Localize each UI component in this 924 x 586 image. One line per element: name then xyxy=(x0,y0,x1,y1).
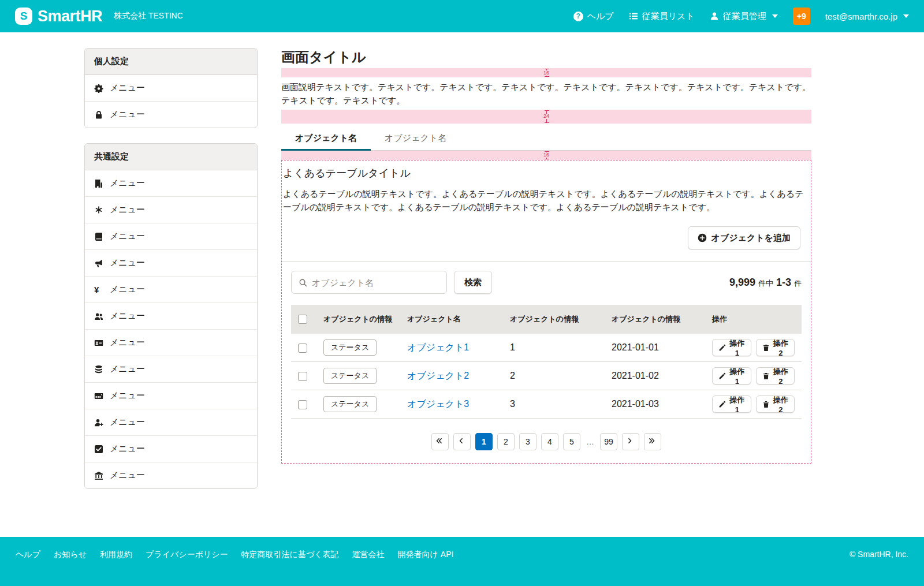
count-range-suffix: 件 xyxy=(794,278,802,289)
delete-button[interactable]: 操作2 xyxy=(756,339,795,356)
object-link[interactable]: オブジェクト1 xyxy=(407,342,469,352)
account-menu[interactable]: test@smarthr.co.jp xyxy=(825,12,909,21)
next-page-button[interactable] xyxy=(622,433,639,450)
tab-object-2[interactable]: オブジェクト名 xyxy=(371,126,460,150)
trash-icon xyxy=(762,401,770,408)
page-button-3[interactable]: 3 xyxy=(519,433,536,450)
table-row: ステータス オブジェクト1 1 2021-01-01 xyxy=(291,334,802,362)
column-header: オブジェクトの情報 xyxy=(605,305,705,334)
sidebar-item-members[interactable]: メニュー xyxy=(85,303,257,330)
footer-link-help[interactable]: ヘルプ xyxy=(16,550,40,560)
object-info-cell: 3 xyxy=(503,390,605,419)
count-total-suffix: 件中 xyxy=(758,278,773,289)
page-button-2[interactable]: 2 xyxy=(497,433,515,450)
search-input[interactable] xyxy=(312,278,439,288)
edit-button[interactable]: 操作1 xyxy=(712,367,751,385)
search-button[interactable]: 検索 xyxy=(454,271,492,294)
sidebar-item-profile[interactable]: メニュー xyxy=(85,330,257,356)
footer-link-company[interactable]: 運営会社 xyxy=(352,550,385,560)
sidebar-item-rules[interactable]: メニュー xyxy=(85,223,257,250)
status-badge: ステータス xyxy=(323,396,377,412)
page-button-1[interactable]: 1 xyxy=(475,433,493,450)
delete-button[interactable]: 操作2 xyxy=(756,367,795,385)
object-info-cell: 2 xyxy=(503,362,605,390)
sidebar-item-institution[interactable]: メニュー xyxy=(85,462,257,488)
spacing-annotation-24: 24 xyxy=(281,110,811,124)
id-card-icon xyxy=(94,338,103,348)
sidebar-item-label: メニュー xyxy=(110,257,145,268)
spacing-value: 24 xyxy=(542,114,550,119)
add-object-button[interactable]: オブジェクトを追加 xyxy=(688,226,800,249)
tab-bar: オブジェクト名 オブジェクト名 xyxy=(281,126,811,151)
employee-admin-label: 従業員管理 xyxy=(723,11,766,22)
row-checkbox[interactable] xyxy=(298,372,307,381)
object-info-cell: 1 xyxy=(503,334,605,362)
sidebar-item-invite[interactable]: メニュー xyxy=(85,409,257,436)
edit-button[interactable]: 操作1 xyxy=(712,339,751,356)
edit-button[interactable]: 操作1 xyxy=(712,395,751,413)
chevron-down-icon xyxy=(772,14,778,18)
app-footer: ヘルプ お知らせ 利用規約 プライバシーポリシー 特定商取引法に基づく表記 運営… xyxy=(0,537,924,586)
footer-link-terms[interactable]: 利用規約 xyxy=(100,550,132,560)
sidebar-item-number[interactable]: メニュー xyxy=(85,383,257,409)
table-section-description: よくあるテーブルの説明テキストです。よくあるテーブルの説明テキストです。よくある… xyxy=(283,187,810,214)
row-checkbox[interactable] xyxy=(298,400,307,409)
sidebar-item-announce[interactable]: メニュー xyxy=(85,250,257,277)
page-button-5[interactable]: 5 xyxy=(563,433,580,450)
row-actions: 操作1 操作2 xyxy=(712,395,795,413)
footer-link-api[interactable]: 開発者向け API xyxy=(398,550,454,560)
sidebar-item-label: メニュー xyxy=(110,443,145,454)
employee-list-link[interactable]: 従業員リスト xyxy=(629,11,695,22)
select-all-checkbox[interactable] xyxy=(298,315,307,324)
help-link[interactable]: ヘルプ xyxy=(573,11,614,22)
search-icon xyxy=(299,278,307,287)
first-page-button[interactable] xyxy=(431,433,449,450)
column-header: 操作 xyxy=(705,305,802,334)
sidebar-item-options[interactable]: メニュー xyxy=(85,197,257,223)
sidebar-item-data[interactable]: メニュー xyxy=(85,356,257,383)
notification-badge[interactable]: +9 xyxy=(793,8,810,25)
row-checkbox[interactable] xyxy=(298,344,307,353)
sidebar-item-approval[interactable]: メニュー xyxy=(85,436,257,462)
delete-label: 操作2 xyxy=(773,338,789,357)
chevron-left-icon xyxy=(457,437,467,446)
page-button-99[interactable]: 99 xyxy=(600,433,617,450)
sidebar-item-label: メニュー xyxy=(110,417,145,428)
footer-link-commerce[interactable]: 特定商取引法に基づく表記 xyxy=(241,550,339,560)
sidebar-item-payroll[interactable]: メニュー xyxy=(85,277,257,303)
list-icon xyxy=(629,12,638,21)
sidebar: 個人設定 メニュー メニュー 共通設定 xyxy=(84,48,258,504)
object-search-box xyxy=(291,271,447,294)
employee-admin-menu[interactable]: 従業員管理 xyxy=(710,11,778,22)
sidebar-item-settings[interactable]: メニュー xyxy=(85,75,257,102)
sidebar-item-label: メニュー xyxy=(110,284,145,295)
object-link[interactable]: オブジェクト3 xyxy=(407,399,469,409)
object-link[interactable]: オブジェクト2 xyxy=(407,371,469,380)
last-page-button[interactable] xyxy=(644,433,661,450)
sidebar-item-label: メニュー xyxy=(110,83,145,94)
smarthr-logo[interactable]: S SmartHR xyxy=(15,8,102,25)
smarthr-logo-text: SmartHR xyxy=(38,8,102,25)
footer-link-news[interactable]: お知らせ xyxy=(54,550,87,560)
gear-icon xyxy=(94,84,103,93)
asterisk-icon xyxy=(94,206,103,215)
tab-object-1[interactable]: オブジェクト名 xyxy=(281,126,371,150)
chevron-right-icon xyxy=(626,437,635,446)
prev-page-button[interactable] xyxy=(453,433,471,450)
table-row: ステータス オブジェクト3 3 2021-01-03 xyxy=(291,390,802,419)
employee-list-label: 従業員リスト xyxy=(642,11,695,22)
trash-icon xyxy=(762,344,770,352)
sidebar-item-label: メニュー xyxy=(110,204,145,215)
pencil-icon xyxy=(718,344,726,352)
sidebar-item-security[interactable]: メニュー xyxy=(85,102,257,128)
double-chevron-left-icon xyxy=(435,437,445,446)
page-button-4[interactable]: 4 xyxy=(541,433,558,450)
table-section-body: 検索 9,999 件中 1-3 件 オブジェクトの情報 xyxy=(282,261,811,463)
person-plus-icon xyxy=(94,418,103,427)
search-row: 検索 9,999 件中 1-3 件 xyxy=(291,271,802,294)
sidebar-item-company[interactable]: メニュー xyxy=(85,170,257,197)
sidebar-group-personal: 個人設定 メニュー メニュー xyxy=(84,48,258,128)
delete-button[interactable]: 操作2 xyxy=(756,395,795,413)
footer-link-privacy[interactable]: プライバシーポリシー xyxy=(146,550,228,560)
page-title: 画面タイトル xyxy=(281,48,811,66)
